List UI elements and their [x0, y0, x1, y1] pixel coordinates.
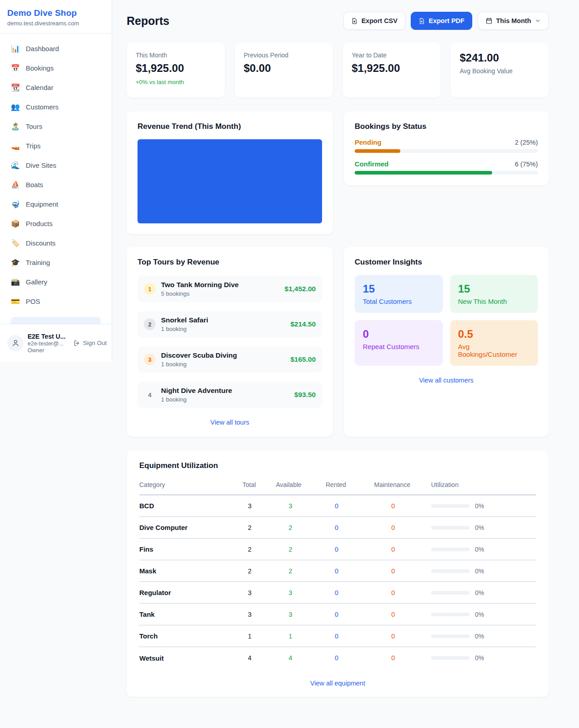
- status-label: Confirmed: [355, 160, 389, 168]
- stat-card-previous-period: Previous Period $0.00: [235, 43, 333, 98]
- sidebar: Demo Dive Shop demo.test.divestreams.com…: [0, 0, 112, 362]
- period-dropdown[interactable]: This Month: [478, 12, 549, 30]
- training-icon: 🎓: [11, 258, 20, 267]
- tour-bookings: 1 booking: [161, 326, 285, 332]
- sidebar-item-discounts[interactable]: 🏷️ Discounts: [5, 234, 106, 252]
- dive-sites-icon: 🌊: [11, 161, 20, 170]
- sidebar-item-tours[interactable]: 🏝️ Tours: [5, 118, 106, 136]
- tour-revenue: $214.50: [290, 320, 316, 328]
- status-count: 2 (25%): [515, 139, 538, 146]
- equipment-icon: 🤿: [11, 200, 20, 209]
- table-row: Regulator 3 3 0 0 0%: [139, 582, 536, 604]
- view-all-customers-link[interactable]: View all customers: [355, 377, 538, 384]
- stat-delta: +0% vs last month: [136, 79, 216, 85]
- bookings-icon: 📅: [11, 64, 20, 73]
- rank-badge: 3: [144, 354, 156, 365]
- tour-row: 3 Discover Scuba Diving 1 booking $165.0…: [138, 346, 322, 373]
- table-row: Mask 2 2 0 0 0%: [139, 560, 536, 582]
- tour-row: 4 Night Dive Adventure 1 booking $93.50: [138, 382, 322, 408]
- person-icon: [11, 339, 20, 347]
- status-row-pending: Pending 2 (25%): [355, 138, 538, 153]
- stats-row: This Month $1,925.00 +0% vs last month P…: [127, 43, 549, 98]
- top-tours-card: Top Tours by Revenue 1 Two Tank Morning …: [127, 247, 333, 437]
- equipment-utilization-title: Equipment Utilization: [139, 461, 536, 470]
- sign-out-icon: [73, 340, 81, 347]
- utilization-bar: [431, 656, 470, 660]
- tour-revenue: $1,452.00: [285, 285, 316, 293]
- bookings-by-status-card: Bookings by Status Pending 2 (25%) Confi…: [344, 111, 549, 185]
- trips-icon: 🚤: [11, 142, 20, 151]
- rank-badge: 4: [144, 389, 156, 401]
- main-content: Reports Export CSV Export PDF This Month: [112, 0, 579, 715]
- rank-badge: 1: [144, 283, 156, 295]
- gallery-icon: 📸: [11, 278, 20, 287]
- user-name: E2E Test U...: [28, 333, 69, 340]
- utilization-bar: [431, 613, 470, 616]
- utilization-bar: [431, 548, 470, 551]
- shop-name: Demo Dive Shop: [7, 8, 104, 18]
- insights-row: Top Tours by Revenue 1 Two Tank Morning …: [127, 247, 549, 437]
- utilization-bar: [431, 569, 470, 573]
- table-row: BCD 3 3 0 0 0%: [139, 495, 536, 517]
- pos-icon: 💳: [11, 297, 20, 306]
- charts-row: Revenue Trend (This Month) Bookings by S…: [127, 111, 549, 234]
- sidebar-nav: 📊 Dashboard 📅 Bookings 📆 Calendar 👥 Cust…: [0, 33, 112, 335]
- file-download-icon: [418, 18, 425, 24]
- top-tours-title: Top Tours by Revenue: [138, 258, 322, 267]
- table-row: Fins 2 2 0 0 0%: [139, 539, 536, 560]
- utilization-bar: [431, 526, 470, 529]
- sidebar-item-boats[interactable]: ⛵ Boats: [5, 176, 106, 194]
- status-label: Pending: [355, 138, 381, 146]
- tour-bookings: 1 booking: [161, 396, 289, 403]
- tour-row: 1 Two Tank Morning Dive 5 bookings $1,45…: [138, 276, 322, 302]
- status-bar-fill: [355, 171, 492, 175]
- calendar-icon: [485, 17, 493, 24]
- products-icon: 📦: [11, 219, 20, 228]
- tour-revenue: $165.00: [290, 355, 316, 364]
- revenue-trend-title: Revenue Trend (This Month): [138, 122, 322, 131]
- sidebar-item-trips[interactable]: 🚤 Trips: [5, 137, 106, 155]
- sidebar-item-equipment[interactable]: 🤿 Equipment: [5, 195, 106, 213]
- view-all-tours-link[interactable]: View all tours: [138, 419, 322, 426]
- user-role: Owner: [28, 347, 69, 354]
- sidebar-header: Demo Dive Shop demo.test.divestreams.com: [0, 0, 112, 33]
- sidebar-item-dive-sites[interactable]: 🌊 Dive Sites: [5, 156, 106, 175]
- customer-insights-card: Customer Insights 15 Total Customers 15 …: [344, 247, 549, 437]
- status-count: 6 (75%): [515, 161, 538, 168]
- sidebar-item-pos[interactable]: 💳 POS: [5, 293, 106, 311]
- user-info: E2E Test U... e2e-tester@... Owner: [28, 333, 69, 354]
- tour-revenue: $93.50: [294, 391, 316, 399]
- export-pdf-button[interactable]: Export PDF: [411, 12, 472, 30]
- bookings-by-status-title: Bookings by Status: [355, 122, 538, 131]
- table-header: Category Total Available Rented Maintena…: [139, 477, 536, 495]
- tour-bookings: 5 bookings: [161, 290, 279, 297]
- tour-bookings: 1 booking: [161, 361, 285, 368]
- page-header: Reports Export CSV Export PDF This Month: [127, 12, 549, 30]
- sidebar-item-training[interactable]: 🎓 Training: [5, 254, 106, 272]
- insight-tile-new-this-month: 15 New This Month: [450, 275, 538, 313]
- sidebar-item-calendar[interactable]: 📆 Calendar: [5, 79, 106, 97]
- tour-name: Two Tank Morning Dive: [161, 281, 279, 289]
- status-bar-fill: [355, 149, 400, 153]
- utilization-bar: [431, 504, 470, 508]
- stat-card-year-to-date: Year to Date $1,925.00: [343, 43, 441, 98]
- tour-name: Snorkel Safari: [161, 316, 285, 324]
- header-actions: Export CSV Export PDF This Month: [343, 12, 549, 30]
- tour-name: Night Dive Adventure: [161, 387, 289, 395]
- insight-tile-repeat-customers: 0 Repeat Customers: [355, 320, 443, 366]
- table-row: Torch 1 1 0 0 0%: [139, 625, 536, 647]
- equipment-table: Category Total Available Rented Maintena…: [139, 477, 536, 669]
- sidebar-item-customers[interactable]: 👥 Customers: [5, 98, 106, 116]
- status-bar-track: [355, 171, 538, 175]
- sidebar-item-dashboard[interactable]: 📊 Dashboard: [5, 40, 106, 58]
- sign-out-button[interactable]: Sign Out: [73, 340, 107, 347]
- insights-grid: 15 Total Customers 15 New This Month 0 R…: [355, 275, 538, 366]
- view-all-equipment-link[interactable]: View all equipment: [139, 680, 536, 687]
- sidebar-item-bookings[interactable]: 📅 Bookings: [5, 59, 106, 77]
- table-row: Tank 3 3 0 0 0%: [139, 604, 536, 625]
- dashboard-icon: 📊: [11, 44, 20, 53]
- sidebar-item-products[interactable]: 📦 Products: [5, 215, 106, 233]
- tour-row: 2 Snorkel Safari 1 booking $214.50: [138, 311, 322, 337]
- sidebar-item-gallery[interactable]: 📸 Gallery: [5, 273, 106, 291]
- export-csv-button[interactable]: Export CSV: [343, 12, 405, 30]
